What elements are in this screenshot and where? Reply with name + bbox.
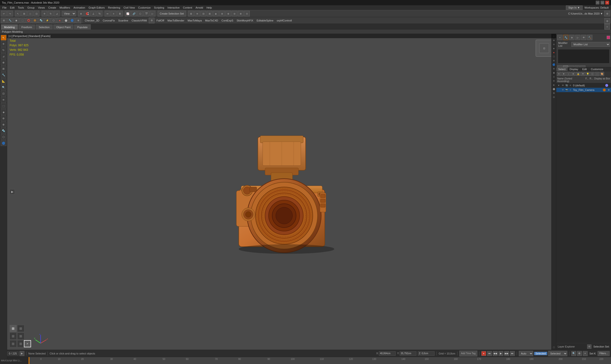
layer-camera-icon[interactable]: 📷 — [565, 84, 568, 87]
render-setup-button[interactable]: 🎬 — [144, 11, 149, 16]
modifier-list-box[interactable] — [558, 49, 610, 64]
left-icon-13[interactable]: ◈ — [1, 109, 6, 115]
timeline-scroll-right[interactable]: ▶ — [20, 351, 24, 356]
tb-extra2[interactable]: ≋ — [194, 11, 200, 16]
layer-vis-icon[interactable]: 👁 — [561, 84, 564, 87]
plugin-maxtoblender[interactable]: MaxToBlender — [166, 19, 186, 22]
tb-extra3[interactable]: ⊟ — [201, 11, 206, 16]
tb2-extra5[interactable]: ⭕ — [26, 18, 31, 23]
ri-icon-2[interactable]: ⊕ — [552, 39, 556, 42]
color-swatch[interactable] — [607, 36, 610, 39]
tb-extra5[interactable]: ◈ — [213, 11, 219, 16]
rp-modify-icon[interactable]: 🔧 — [563, 35, 569, 40]
menu-scripting[interactable]: Scripting — [153, 6, 166, 10]
left-icon-rotate[interactable]: ↻ — [1, 47, 6, 53]
left-icon-move[interactable]: ✛ — [1, 41, 6, 47]
menu-rendering[interactable]: Rendering — [107, 6, 122, 10]
select-by-name-button[interactable]: ⊞ — [21, 11, 27, 16]
left-icon-8[interactable]: 📐 — [1, 78, 6, 84]
maximize-button[interactable]: □ — [600, 1, 604, 4]
grid-btn-ml[interactable]: ⊞ — [10, 333, 17, 340]
plugin-maxtomaya[interactable]: MaxToMaya — [186, 19, 203, 22]
grid-btn-br[interactable]: ⊞ — [17, 340, 24, 347]
ri-icon-12[interactable]: ⊛ — [552, 79, 556, 83]
grid-btn-tr[interactable]: ⊞ — [17, 325, 24, 332]
anim-next-btn[interactable]: ⏭ — [510, 351, 515, 356]
left-icon-7[interactable]: 🔧 — [1, 72, 6, 78]
rect-select-button[interactable]: □ — [27, 11, 33, 16]
plugin-orphfcontroll[interactable]: orphfControll — [275, 19, 293, 22]
tb2-extra13[interactable]: ⊕ — [75, 18, 81, 23]
col-name[interactable]: Name (Sorted Ascending) — [557, 77, 584, 82]
ri-icon-7[interactable]: ⊗ — [552, 59, 556, 63]
rp-hierarchy-icon[interactable]: ⊕ — [569, 35, 574, 40]
layer-row-camera[interactable]: 👁 📷 ✛ Toy_Film_Camera 👁 — [556, 88, 611, 92]
camera-camera-icon[interactable]: 📷 — [565, 88, 568, 91]
viewport[interactable]: [+] [Perspective] [Standard] [Facets] To… — [7, 34, 556, 350]
undo-button[interactable]: ↩ — [1, 11, 7, 16]
mirror-button[interactable]: ⇔ — [105, 11, 110, 16]
menu-edit[interactable]: Edit — [9, 6, 16, 10]
ri-icon-6[interactable]: ⬡ — [552, 55, 556, 58]
anim-record-btn[interactable]: ● — [481, 351, 486, 356]
window-crossing-button[interactable]: ⊡ — [34, 11, 39, 16]
left-icon-16[interactable]: 🔩 — [1, 128, 6, 134]
left-icon-10[interactable]: ⊡ — [1, 91, 6, 96]
grid-btn-mr[interactable]: ⊞ — [17, 333, 24, 340]
tab-freeform[interactable]: Freeform — [18, 24, 35, 30]
tb2-extra7[interactable]: 🔩 — [38, 18, 44, 23]
reference-coord-dropdown[interactable]: View World Local — [62, 11, 76, 16]
material-editor-button[interactable]: ⬡ — [137, 11, 143, 16]
menu-create[interactable]: Create — [47, 6, 57, 10]
tb2-extra10[interactable]: 🔺 — [57, 18, 63, 23]
sign-in-btn[interactable]: Sign In ▼ — [566, 5, 583, 10]
selected-count-dropdown[interactable]: Selected — [548, 351, 567, 356]
menu-tools[interactable]: Tools — [16, 6, 26, 10]
menu-graph-editors[interactable]: Graph Editors — [87, 6, 106, 10]
scale-button[interactable]: ⊿ — [54, 11, 60, 16]
layer-expand-default[interactable]: ▼ — [557, 84, 560, 87]
add-time-tag-button[interactable]: Add Time Tag — [459, 351, 477, 356]
layer-manager-button[interactable]: ≣ — [117, 11, 123, 16]
plugin-scanline[interactable]: Scanline — [117, 19, 130, 22]
search-button-right[interactable]: 🔍 — [571, 351, 576, 356]
ri-icon-3[interactable]: ⊖ — [552, 42, 556, 46]
anim-step-fwd-btn[interactable]: ▶▶ — [504, 351, 509, 356]
plugin-coronafix[interactable]: CoronaFix — [101, 19, 116, 22]
left-icon-select[interactable]: ↖ — [1, 35, 6, 40]
plugin-contexps[interactable]: ContExpS — [220, 19, 235, 22]
tb2-extra9[interactable]: ⬡ — [51, 18, 56, 23]
ri-icon-10[interactable]: ◉ — [552, 71, 556, 75]
camera-vis-icon[interactable]: 👁 — [561, 88, 564, 91]
filters-button[interactable]: Filters... — [598, 351, 610, 356]
col-render[interactable]: R... — [589, 77, 593, 82]
menu-views[interactable]: Views — [37, 6, 46, 10]
tab-object-paint[interactable]: Object Paint — [53, 24, 74, 30]
left-icon-6[interactable]: ⊞ — [1, 66, 6, 72]
plugin-classtovrmt[interactable]: ClasstoVRMt — [130, 19, 148, 22]
le-box-btn[interactable]: ⬚ — [595, 72, 599, 76]
ri-icon-13[interactable]: ◈ — [552, 83, 556, 87]
grid-btn-bl[interactable]: ⊞ — [10, 340, 17, 347]
viewport-nav-widget[interactable]: ⊡ — [535, 39, 554, 58]
le-eye-btn[interactable]: 👁 — [581, 72, 585, 76]
le-tab-customize[interactable]: Customize — [589, 67, 606, 71]
tab-modeling[interactable]: Modeling — [1, 24, 18, 30]
layer-move-icon[interactable]: ✛ — [569, 84, 572, 87]
menu-customize[interactable]: Customize — [137, 6, 152, 10]
le-light-btn[interactable]: 💡 — [585, 72, 590, 76]
left-icon-scale[interactable]: ⊿ — [1, 53, 6, 59]
menu-file[interactable]: File — [1, 6, 8, 10]
tb2-extra1[interactable]: ⊞ — [1, 18, 7, 23]
timeline-track[interactable]: 0 10 20 30 40 50 60 70 80 90 100 110 120… — [29, 357, 611, 364]
tab-selection[interactable]: Selection — [36, 24, 53, 30]
le-sort-btn[interactable]: ↕ — [566, 72, 571, 76]
tb2-extra3[interactable]: ◉ — [13, 18, 19, 23]
layer-row-default[interactable]: ▼ 👁 📷 ✛ 0 (default) — [556, 83, 611, 88]
plugin-editablespline[interactable]: EditableSpline — [255, 19, 275, 22]
layer-explorer-body[interactable]: ▼ 👁 📷 ✛ 0 (default) 👁 📷 ✛ Toy_Film_C — [556, 83, 611, 343]
tb2-extra4[interactable]: ⬚ — [20, 18, 25, 23]
close-button[interactable]: ✕ — [605, 1, 609, 4]
le-filter-btn[interactable]: ▼ — [562, 72, 566, 76]
left-icon-15[interactable]: ⊗ — [1, 122, 6, 127]
